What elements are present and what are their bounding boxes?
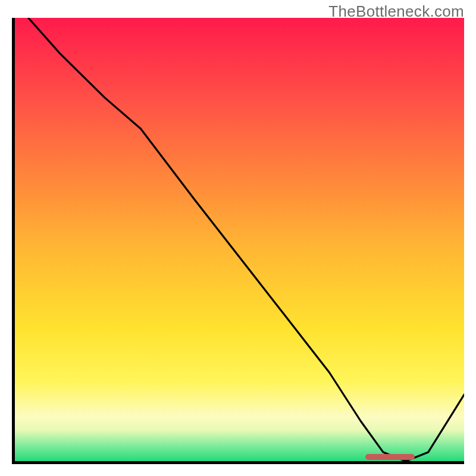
plot-frame bbox=[12, 18, 464, 464]
optimal-range-marker bbox=[365, 454, 415, 460]
chart-container: TheBottleneck.com bbox=[0, 0, 476, 476]
gradient-background bbox=[15, 18, 464, 461]
